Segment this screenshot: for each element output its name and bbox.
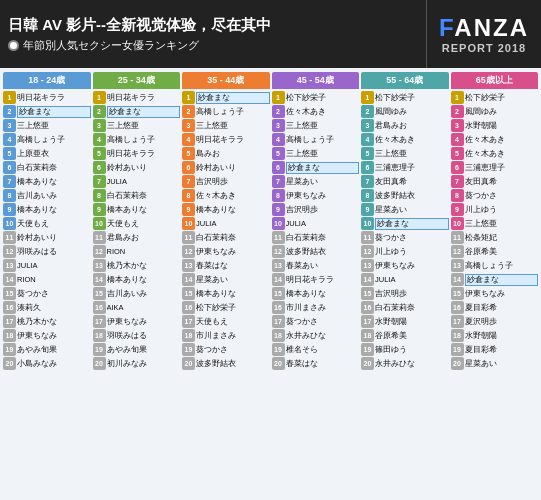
list-item: 15 伊東ちなみ — [451, 287, 539, 300]
list-item: 8 白石茉莉奈 — [93, 189, 181, 202]
rank-badge: 14 — [361, 273, 374, 286]
rank-badge: 17 — [361, 315, 374, 328]
col1-header: 18 - 24歳 — [3, 72, 91, 89]
list-item: 1 明日花キララ — [3, 91, 91, 104]
rank-badge: 10 — [451, 217, 464, 230]
rank-name: RION — [107, 247, 181, 256]
rank-name: 市川まさみ — [196, 331, 270, 341]
rank-badge: 18 — [361, 329, 374, 342]
rank-name: 紗倉まな — [286, 162, 360, 174]
rank-badge: 6 — [93, 161, 106, 174]
list-item: 19 篠田ゆう — [361, 343, 449, 356]
rank-name: 橋本ありな — [107, 205, 181, 215]
rank-name: 三上悠亜 — [17, 121, 91, 131]
rank-badge: 9 — [451, 203, 464, 216]
rank-badge: 9 — [3, 203, 16, 216]
rank-name: 伊東ちなみ — [17, 331, 91, 341]
list-item: 11 白石茉莉奈 — [182, 231, 270, 244]
col5-items: 1 松下紗栄子 2 風間ゆみ 3 君島みお 4 佐々木あき 5 三上悠亜 — [361, 91, 449, 370]
rank-badge: 7 — [182, 175, 195, 188]
rank-badge: 17 — [182, 315, 195, 328]
rank-badge: 5 — [361, 147, 374, 160]
rank-badge: 4 — [451, 133, 464, 146]
rank-name: 松条矩妃 — [465, 233, 539, 243]
list-item: 18 水野朝陽 — [451, 329, 539, 342]
rank-badge: 10 — [272, 217, 285, 230]
list-item: 17 葵つかさ — [272, 315, 360, 328]
rank-name: 天使もえ — [17, 219, 91, 229]
rank-name: 紗倉まな — [375, 218, 449, 230]
rank-name: 高橋しょう子 — [17, 135, 91, 145]
list-item: 12 波多野結衣 — [272, 245, 360, 258]
list-item: 10 JULIA — [182, 217, 270, 230]
rank-name: 三上悠亜 — [196, 121, 270, 131]
list-item: 16 松下紗栄子 — [182, 301, 270, 314]
rank-badge: 12 — [93, 245, 106, 258]
rank-badge: 13 — [272, 259, 285, 272]
list-item: 10 天使もえ — [93, 217, 181, 230]
list-item: 9 橋本ありな — [93, 203, 181, 216]
list-item: 9 橋本ありな — [3, 203, 91, 216]
rank-name: 吉川あいみ — [107, 289, 181, 299]
rank-name: 紗倉まな — [465, 274, 539, 286]
rank-badge: 4 — [361, 133, 374, 146]
list-item: 3 水野朝陽 — [451, 119, 539, 132]
rank-badge: 16 — [272, 301, 285, 314]
list-item: 19 あやみ旬果 — [3, 343, 91, 356]
list-item: 14 星菜あい — [182, 273, 270, 286]
rank-badge: 3 — [3, 119, 16, 132]
rank-badge: 14 — [182, 273, 195, 286]
rank-name: RION — [17, 275, 91, 284]
rank-badge: 19 — [93, 343, 106, 356]
rank-badge: 8 — [361, 189, 374, 202]
rank-badge: 4 — [3, 133, 16, 146]
rank-name: 松下紗栄子 — [375, 93, 449, 103]
rank-badge: 20 — [93, 357, 106, 370]
rank-badge: 17 — [272, 315, 285, 328]
rank-name: 佐々木あき — [196, 191, 270, 201]
rank-name: 紗倉まな — [107, 106, 181, 118]
list-item: 19 夏目彩希 — [451, 343, 539, 356]
col5-header: 55 - 64歳 — [361, 72, 449, 89]
rank-name: 三浦恵理子 — [375, 163, 449, 173]
rank-name: 波多野結衣 — [375, 191, 449, 201]
list-item: 5 佐々木あき — [451, 147, 539, 160]
rank-name: 風間ゆみ — [465, 107, 539, 117]
rank-name: 湊莉久 — [17, 303, 91, 313]
list-item: 1 松下紗栄子 — [361, 91, 449, 104]
rank-name: 橋本ありな — [196, 289, 270, 299]
rank-name: 葵つかさ — [17, 289, 91, 299]
rank-badge: 3 — [93, 119, 106, 132]
rank-badge: 6 — [272, 161, 285, 174]
rank-name: 葵つかさ — [196, 345, 270, 355]
list-item: 2 風間ゆみ — [451, 105, 539, 118]
rank-badge: 11 — [3, 231, 16, 244]
list-item: 4 佐々木あき — [361, 133, 449, 146]
rank-name: 伊東ちなみ — [286, 191, 360, 201]
rank-badge: 11 — [182, 231, 195, 244]
rank-name: 橋本ありな — [17, 205, 91, 215]
rank-name: 谷原希美 — [375, 331, 449, 341]
rank-badge: 15 — [361, 287, 374, 300]
rank-name: 星菜あい — [375, 205, 449, 215]
list-item: 20 初川みなみ — [93, 357, 181, 370]
list-item: 8 葵つかさ — [451, 189, 539, 202]
rank-badge: 11 — [93, 231, 106, 244]
rank-name: 夏目彩希 — [465, 303, 539, 313]
column-65plus: 65歳以上 1 松下紗栄子 2 風間ゆみ 3 水野朝陽 4 佐々木あき — [451, 72, 539, 498]
rank-name: 椎名そら — [286, 345, 360, 355]
rank-badge: 1 — [272, 91, 285, 104]
list-item: 2 佐々木あき — [272, 105, 360, 118]
rank-badge: 12 — [3, 245, 16, 258]
rank-name: 三浦恵理子 — [465, 163, 539, 173]
list-item: 7 橋本ありな — [3, 175, 91, 188]
list-item: 12 伊東ちなみ — [182, 245, 270, 258]
list-item: 19 椎名そら — [272, 343, 360, 356]
rank-badge: 7 — [272, 175, 285, 188]
list-item: 18 永井みひな — [272, 329, 360, 342]
list-item: 17 天使もえ — [182, 315, 270, 328]
list-item: 12 谷原希美 — [451, 245, 539, 258]
rank-name: 川上ゆう — [375, 247, 449, 257]
rank-badge: 13 — [361, 259, 374, 272]
rank-name: 春菜はな — [196, 261, 270, 271]
